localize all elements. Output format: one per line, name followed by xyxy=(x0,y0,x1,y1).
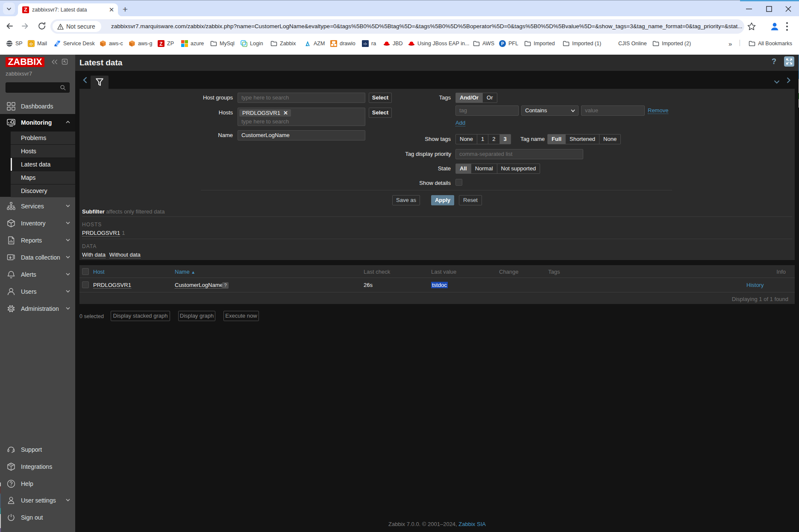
svg-text:Z: Z xyxy=(159,41,162,47)
svg-text:O: O xyxy=(29,41,32,46)
svg-text:P: P xyxy=(501,41,504,46)
